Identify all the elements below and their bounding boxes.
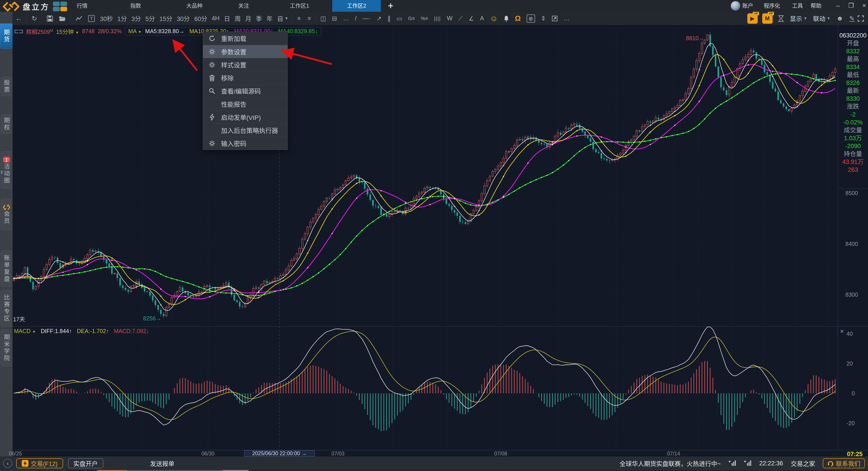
order-tool-icon[interactable]: 单 — [524, 12, 538, 25]
back-icon[interactable]: ← — [12, 12, 25, 25]
interval-日[interactable]: 日 — [222, 12, 232, 25]
date-axis[interactable]: 06/2506/3007/0307/0807/14 2025/06/30 22:… — [12, 450, 868, 457]
collapse-up-icon[interactable]: « — [294, 12, 304, 25]
sidebar-item-账单复盘[interactable]: 账单复盘 — [1, 250, 12, 287]
chart-type-icon[interactable] — [72, 12, 85, 25]
menu-item-移除[interactable]: 移除 — [203, 71, 287, 84]
zigzag-icon[interactable]: W — [444, 12, 456, 25]
fullscreen-icon[interactable] — [858, 15, 864, 22]
sidebar-item-比赛专区[interactable]: 比赛专区 — [1, 290, 12, 327]
display-dropdown[interactable]: 显示 ▼ — [787, 12, 810, 25]
brand-link[interactable]: 交易之家 — [791, 459, 815, 468]
more-panels-icon[interactable]: … — [340, 12, 352, 25]
angle-icon[interactable]: ∠ — [466, 12, 477, 25]
close-button[interactable]: × — [859, 0, 868, 12]
horizline-icon[interactable]: —· — [360, 12, 374, 25]
rectangle-icon[interactable]: ▭ — [394, 12, 405, 25]
menu-item-输入密码[interactable]: 输入密码 — [203, 137, 287, 150]
menu-item-参数设置[interactable]: 参数设置 — [203, 45, 287, 58]
collapse-down-icon[interactable]: « — [304, 12, 313, 25]
macd-close-icon[interactable]: × — [840, 327, 844, 335]
menu-item-查看/编辑源码[interactable]: 查看/编辑源码 — [203, 84, 287, 97]
menu-帮助[interactable]: 帮助 — [811, 0, 822, 12]
contact-us-button[interactable]: 联系我们 — [823, 458, 865, 468]
text-tool-icon[interactable]: T — [85, 12, 98, 25]
menu-item-重新加载[interactable]: 重新加载 — [203, 32, 287, 45]
menu-item-性能报告[interactable]: 性能报告 — [203, 97, 287, 110]
menu-工具[interactable]: 工具 — [792, 0, 803, 12]
nav-item-0[interactable]: 行情 — [76, 0, 88, 12]
sidebar-item-期货[interactable]: 期货 — [0, 24, 12, 49]
sidebar-item-会员[interactable]: 会员 — [1, 199, 12, 230]
sidebar-item-股票[interactable]: 股票 — [1, 77, 12, 96]
parallel-lines-icon[interactable]: ∥ — [384, 12, 394, 25]
open-account-button[interactable]: 实盘开户 — [68, 458, 103, 468]
link-dropdown[interactable]: 联动 ▼ — [810, 12, 833, 25]
interval-5分[interactable]: 5分 — [143, 12, 157, 25]
layout-horizontal-icon[interactable]: ⊟ — [329, 12, 340, 25]
folder-open-icon[interactable] — [56, 12, 69, 25]
symbol-name[interactable]: 棕榈2509M — [26, 27, 53, 35]
toolbar-more-icon[interactable]: … — [561, 12, 572, 25]
assistant-icon[interactable]: ☻ — [833, 12, 846, 25]
nav-item-4[interactable]: 工作区1 — [290, 0, 309, 12]
restore-button[interactable]: ❐ — [845, 0, 857, 12]
tab-workspace2[interactable]: 工作区2 — [332, 0, 381, 12]
history-hourglass-icon[interactable] — [778, 15, 784, 22]
alert-bell-icon[interactable] — [501, 12, 512, 25]
rays-icon[interactable]: ⟋ — [456, 12, 466, 25]
smiley-icon[interactable]: ☺ — [487, 12, 501, 25]
workspace-grid-icon[interactable] — [53, 2, 67, 11]
interval-1分[interactable]: 1分 — [115, 12, 129, 25]
compare-icon[interactable]: ⊏⊐ — [14, 28, 23, 35]
vlines-icon[interactable]: |||| — [431, 12, 444, 25]
interval-30分[interactable]: 30分 — [175, 12, 192, 25]
pane-separator[interactable] — [12, 326, 868, 327]
sidebar-expander-icon[interactable]: › — [0, 167, 3, 176]
interval-15分[interactable]: 15分 — [157, 12, 175, 25]
stats-vip-icon[interactable]: MVIP — [762, 13, 773, 24]
crosshair-date-label: 2025/06/30 22:00:00 → — [244, 450, 315, 457]
interval-周[interactable]: 周 — [232, 12, 243, 25]
save-icon[interactable] — [44, 12, 56, 25]
interval-selector[interactable]: 15分钟 ▼ — [56, 27, 79, 35]
minimize-button[interactable]: – — [832, 0, 844, 12]
interval-4H[interactable]: 4H — [209, 12, 222, 25]
nav-item-3[interactable]: 关注 — [238, 0, 249, 12]
collapse-panel-button[interactable]: ‹ — [3, 459, 12, 468]
nav-item-1[interactable]: 指数 — [130, 0, 141, 12]
refresh-icon[interactable]: ↻ — [29, 12, 40, 25]
macd-indicator-selector[interactable]: MACD ▼ — [14, 328, 36, 334]
interval-30秒[interactable]: 30秒 — [98, 12, 115, 25]
avatar[interactable] — [731, 1, 740, 11]
trade-button[interactable]: 交易(F12) — [16, 458, 63, 468]
sidebar-item-期米学院[interactable]: 期米学院 — [1, 330, 12, 366]
send-order-button[interactable]: 发送报单 — [150, 459, 175, 468]
interval-年[interactable]: 年 — [264, 12, 275, 25]
layout-vertical-icon[interactable]: ◫ — [317, 12, 329, 25]
magnet-icon[interactable]: Ω — [512, 12, 524, 25]
replay-vip-icon[interactable]: ▶VIP — [747, 13, 758, 24]
updown-icon[interactable]: ⇕ — [538, 12, 549, 25]
menu-item-加入后台策略执行器[interactable]: 加入后台策略执行器 — [203, 124, 287, 137]
pencil-icon[interactable]: ✎ — [846, 12, 858, 25]
interval-60分[interactable]: 60分 — [192, 12, 209, 25]
menu-item-启动发单(VIP)[interactable]: 启动发单(VIP) — [203, 110, 287, 124]
interval-季[interactable]: 季 — [254, 12, 264, 25]
gann-icon[interactable]: G≡ — [405, 12, 418, 25]
interval-月[interactable]: 月 — [243, 12, 254, 25]
candlestick-chart-canvas[interactable] — [12, 25, 838, 450]
menu-程序化[interactable]: 程序化 — [764, 0, 780, 12]
interval-自[interactable]: 自 ▼ — [275, 12, 291, 25]
annotate-text-icon[interactable]: A — [477, 12, 487, 25]
menu-账户[interactable]: 账户 — [742, 0, 753, 12]
arrowline-icon[interactable]: ↗ — [374, 12, 385, 25]
sidebar-item-期权[interactable]: 期权 — [1, 114, 12, 134]
export-icon[interactable] — [549, 12, 561, 25]
trendline-icon[interactable]: / — [352, 12, 360, 25]
fib-percent-icon[interactable]: %≡ — [418, 12, 431, 25]
menu-item-样式设置[interactable]: 样式设置 — [203, 58, 287, 71]
add-workspace-button[interactable]: + — [384, 0, 397, 12]
nav-item-2[interactable]: 大品种 — [186, 0, 203, 12]
interval-3分[interactable]: 3分 — [129, 12, 143, 25]
